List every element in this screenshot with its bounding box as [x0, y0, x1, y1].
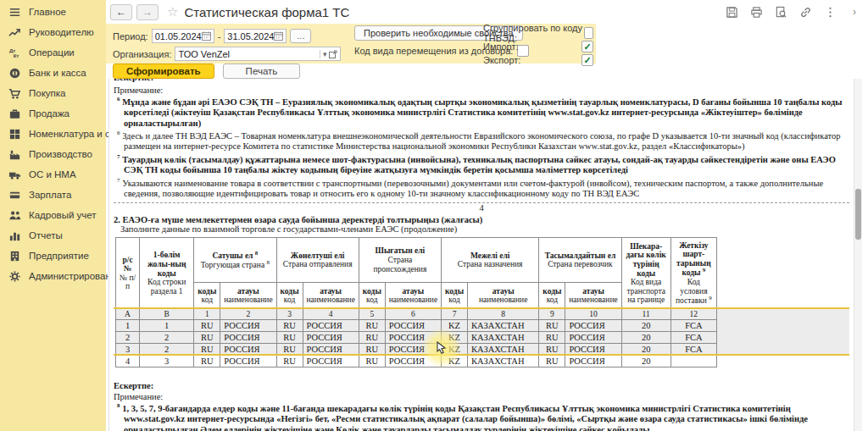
table-cell[interactable]: РОССИЯ [565, 332, 621, 344]
import-checkbox[interactable]: ✓ [581, 41, 593, 52]
sidebar-item[interactable]: Номенклатура и склад [0, 124, 106, 144]
subcol-header-name[interactable]: атауынаименование [468, 283, 539, 309]
table-cell[interactable]: 1 [116, 320, 140, 332]
table-cell[interactable]: РОССИЯ [303, 356, 359, 367]
table-row[interactable]: 43RUРОССИЯRUРОССИЯRUРОССИЯKZКАЗАХСТАНRUР… [116, 356, 717, 367]
table-cell[interactable]: 1 [140, 320, 194, 332]
table-cell[interactable]: 10 [565, 309, 621, 320]
sidebar-item[interactable]: ДтКтОперации [0, 42, 106, 63]
calendar-icon[interactable] [202, 31, 211, 41]
subcol-header-code[interactable]: кодыкод [194, 283, 220, 309]
table-cell[interactable]: 20 [621, 320, 670, 332]
subcol-header-code[interactable]: кодыкод [442, 283, 468, 309]
more-menu-icon[interactable] [823, 5, 837, 19]
table-cell[interactable]: 2 [220, 309, 276, 320]
table-cell[interactable]: RU [194, 356, 220, 367]
table-cell[interactable]: КАЗАХСТАН [468, 356, 539, 367]
sidebar-item[interactable]: Производство [0, 144, 106, 164]
table-cell[interactable]: В [140, 309, 194, 320]
table-cell[interactable]: РОССИЯ [220, 332, 276, 344]
scrollbar-thumb[interactable] [855, 189, 861, 240]
table-cell[interactable]: РОССИЯ [565, 320, 621, 332]
table-cell[interactable]: 3 [276, 309, 303, 320]
table-cell[interactable]: 3 [140, 356, 194, 367]
sidebar-item[interactable]: Зарплата [0, 185, 106, 205]
table-cell[interactable]: RU [359, 320, 385, 332]
sidebar-item[interactable]: Предприятие [0, 246, 106, 266]
table-cell[interactable]: 4 [116, 356, 140, 367]
subcol-header-name[interactable]: атауынаименование [220, 283, 276, 309]
table-row[interactable]: 22RUРОССИЯRUРОССИЯRUРОССИЯKZКАЗАХСТАНRUР… [116, 332, 717, 344]
table-cell[interactable]: 2 [116, 332, 140, 344]
table-cell[interactable]: RU [359, 332, 385, 344]
table-cell[interactable]: RU [194, 332, 220, 344]
table-cell[interactable]: 12 [670, 309, 716, 320]
table-cell[interactable]: КАЗАХСТАН [468, 332, 539, 344]
table-cell[interactable]: RU [539, 320, 565, 332]
favorite-star-icon[interactable]: ☆ [167, 4, 178, 19]
col-group-header[interactable]: Сатушы ел 8Торгующая страна 8 [194, 238, 276, 283]
sidebar-item[interactable]: Покупка [0, 83, 106, 103]
table-cell[interactable]: RU [276, 356, 303, 367]
subcol-header-code[interactable]: кодыкод [539, 283, 565, 309]
preview-icon[interactable] [774, 5, 787, 19]
table-cell[interactable]: 20 [621, 332, 670, 344]
dropdown-arrow-icon[interactable]: ▾ [320, 50, 327, 58]
organization-input[interactable]: ТОО VenZel ▾ [175, 47, 341, 61]
sidebar-item[interactable]: Главное [0, 2, 106, 22]
col-header-delivery[interactable]: Жеткізу шарт-тарының коды 9Код условия п… [670, 238, 716, 309]
sidebar-item[interactable]: Руководителю [0, 22, 106, 42]
col-group-header[interactable]: Шығатын еліСтрана происхождения [359, 238, 441, 283]
sidebar-item[interactable]: Администрирование [0, 266, 106, 286]
generate-button[interactable]: Сформировать [113, 64, 214, 79]
calendar-icon[interactable] [274, 31, 283, 41]
table-cell[interactable]: 20 [621, 356, 670, 367]
spreadsheet-document[interactable]: Ескертпе: Примечание: 6 Мұнда және бұдан… [108, 79, 854, 431]
back-button[interactable]: ← [110, 4, 132, 20]
table-cell[interactable]: РОССИЯ [220, 320, 276, 332]
trade-table[interactable]: р/с №№ п/п1-бөлім жолы-ның кодыКод строк… [115, 237, 717, 367]
table-cell[interactable] [670, 356, 716, 367]
table-cell[interactable]: RU [276, 332, 303, 344]
save-icon[interactable] [725, 5, 738, 19]
col-header-transport[interactable]: Шекара-дағы көлік түрінің кодыКод вида т… [621, 238, 670, 309]
subcol-header-name[interactable]: атауынаименование [565, 283, 621, 309]
table-cell[interactable]: RU [359, 356, 385, 367]
table-cell[interactable]: RU [539, 356, 565, 367]
period-more-button[interactable]: ... [290, 29, 311, 43]
table-cell[interactable]: FCA [670, 332, 716, 344]
table-cell[interactable]: 4 [303, 309, 359, 320]
table-cell[interactable]: FCA [670, 320, 716, 332]
table-row[interactable]: 11RUРОССИЯRUРОССИЯRUРОССИЯKZКАЗАХСТАНRUР… [116, 320, 717, 332]
table-cell[interactable]: 7 [442, 309, 468, 320]
print-button[interactable]: Печать [223, 64, 301, 79]
table-cell[interactable]: РОССИЯ [565, 356, 621, 367]
table-cell[interactable]: 1 [194, 309, 220, 320]
table-cell[interactable]: 11 [621, 309, 670, 320]
subcol-header-code[interactable]: кодыкод [359, 283, 385, 309]
col-group-header[interactable]: Тасымалдайтын елСтрана перевозчик [539, 238, 621, 283]
column-number-row[interactable]: АВ123456789101112 [116, 309, 717, 320]
subcol-header-name[interactable]: атауынаименование [385, 283, 441, 309]
col-group-header[interactable]: Межелі еліСтрана назначения [442, 238, 539, 283]
period-to-input[interactable]: 31.05.2024 [224, 29, 287, 43]
table-cell[interactable]: 8 [468, 309, 539, 320]
table-cell[interactable]: RU [194, 320, 220, 332]
open-link-icon[interactable] [329, 50, 337, 58]
print-icon[interactable] [749, 5, 763, 19]
table-cell[interactable]: РОССИЯ [220, 356, 276, 367]
table-cell[interactable]: РОССИЯ [303, 332, 359, 344]
table-cell[interactable]: РОССИЯ [303, 320, 359, 332]
table-cell[interactable]: 5 [359, 309, 385, 320]
table-cell[interactable]: 2 [140, 332, 194, 344]
chevron-right-icon[interactable]: › [848, 5, 861, 19]
sidebar-item[interactable]: ОС и НМА [0, 164, 106, 185]
sidebar-item[interactable]: Продажа [0, 103, 106, 124]
sidebar-item[interactable]: Банк и касса [0, 63, 106, 83]
table-cell[interactable]: КАЗАХСТАН [468, 320, 539, 332]
table-cell[interactable]: А [116, 309, 140, 320]
period-from-input[interactable]: 01.05.2024 [152, 29, 214, 43]
sidebar-item[interactable]: Отчеты [0, 225, 106, 246]
col-group-header[interactable]: Жөнелтуші еліСтрана отправления [276, 238, 359, 283]
forward-button[interactable]: → [136, 4, 159, 20]
